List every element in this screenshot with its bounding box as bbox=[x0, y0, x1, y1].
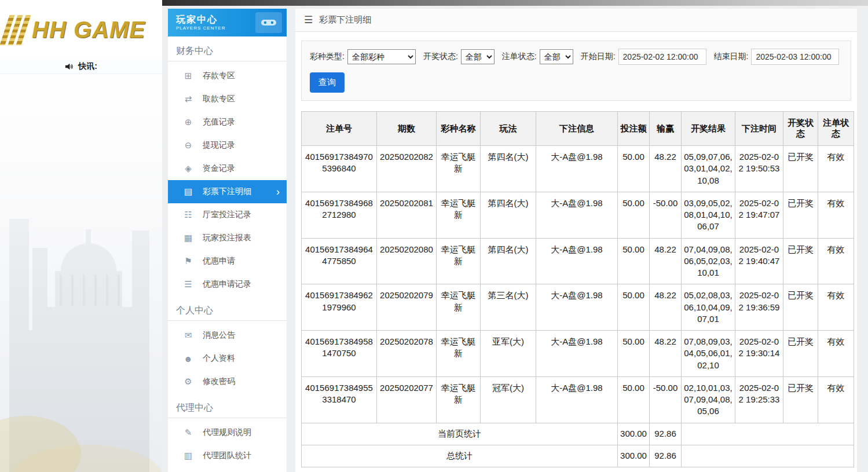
end-date-input[interactable] bbox=[751, 49, 839, 65]
sidebar-item-label: 消息公告 bbox=[203, 330, 235, 341]
right-region: 玩家中心 PLAYERS CENTER 财务中心⊞存款专区⇄取款专区⊕充值记录⊖… bbox=[162, 0, 868, 472]
sidebar-item[interactable]: ⊞存款专区 bbox=[168, 64, 287, 87]
column-header: 开奖结果 bbox=[682, 112, 735, 146]
start-date-input[interactable] bbox=[618, 49, 706, 65]
table-cell: 20250202077 bbox=[377, 376, 437, 423]
table-cell: 401569173849621979960 bbox=[302, 284, 377, 331]
sidebar-item[interactable]: ⚑优惠申请 bbox=[168, 250, 287, 273]
table-cell: 已开奖 bbox=[783, 146, 818, 192]
sidebar-section-title: 财务中心 bbox=[168, 36, 287, 61]
sidebar-item[interactable]: ⊕充值记录 bbox=[168, 111, 287, 134]
table-cell: 第四名(大) bbox=[481, 146, 536, 192]
sidebar-item-label: 存款专区 bbox=[203, 71, 235, 81]
table-cell: 03,09,05,02,08,01,04,10,06,07 bbox=[682, 192, 735, 238]
sidebar-item[interactable]: ▦玩家投注报表 bbox=[168, 226, 287, 250]
table-cell: 20250202080 bbox=[377, 238, 437, 284]
table-cell: 50.00 bbox=[618, 331, 650, 377]
withdraw-icon: ⇄ bbox=[183, 94, 193, 104]
filter-panel: 彩种类型: 全部彩种 开奖状态: 全部 注单状态: 全部 开始日期: 结束日期:… bbox=[301, 41, 851, 101]
bet-detail-table: 注单号期数彩种名称玩法下注信息投注额输赢开奖结果下注时间开奖状态注单状态 401… bbox=[301, 111, 854, 467]
end-date-label: 结束日期: bbox=[714, 52, 749, 62]
table-cell: 401569173849682712980 bbox=[302, 192, 377, 238]
table-cell: 2025-02-02 19:25:33 bbox=[735, 376, 783, 423]
message-announcement-icon: ✉ bbox=[183, 330, 193, 341]
draw-status-select[interactable]: 全部 bbox=[461, 49, 495, 64]
summary-bet-total: 300.00 bbox=[618, 423, 650, 445]
table-cell: 401569173849644775850 bbox=[302, 238, 377, 284]
sidebar-subtitle: PLAYERS CENTER bbox=[176, 25, 225, 31]
column-header: 下注时间 bbox=[735, 112, 783, 146]
sidebar-item-label: 取款专区 bbox=[203, 94, 235, 104]
table-cell: 大-A盘@1.98 bbox=[536, 284, 618, 331]
table-cell: 20250202078 bbox=[377, 331, 437, 377]
summary-winloss-total: 92.86 bbox=[650, 423, 682, 445]
hall-bet-record-icon: ☷ bbox=[183, 210, 193, 220]
promo-apply-icon: ⚑ bbox=[183, 256, 193, 266]
sidebar-item-label: 提现记录 bbox=[203, 140, 235, 151]
sidebar-item-label: 代理规则说明 bbox=[203, 427, 251, 438]
lottery-type-select[interactable]: 全部彩种 bbox=[347, 49, 416, 64]
sidebar-item-label: 彩票下注明细 bbox=[203, 186, 251, 197]
column-header: 期数 bbox=[377, 112, 437, 146]
sidebar-section-title: 代理中心 bbox=[168, 393, 287, 418]
table-cell: 有效 bbox=[818, 284, 854, 331]
table-cell: 大-A盘@1.98 bbox=[536, 376, 618, 423]
sidebar-item[interactable]: ☰优惠申请记录 bbox=[168, 273, 287, 296]
order-status-select[interactable]: 全部 bbox=[540, 49, 573, 64]
table-cell: 第四名(大) bbox=[481, 238, 536, 284]
table-cell: 2025-02-02 19:40:47 bbox=[735, 238, 783, 284]
column-header: 注单状态 bbox=[818, 112, 854, 146]
table-cell: 20250202081 bbox=[377, 192, 437, 238]
sidebar-item-label: 优惠申请记录 bbox=[203, 279, 251, 290]
table-cell: 已开奖 bbox=[783, 192, 818, 238]
table-cell: 有效 bbox=[818, 192, 854, 238]
table-cell: 07,08,09,03,04,05,06,01,02,10 bbox=[682, 331, 735, 377]
sidebar-item[interactable]: ✉消息公告 bbox=[168, 324, 287, 347]
table-cell: 2025-02-02 19:36:59 bbox=[735, 284, 783, 331]
app-window: HH GAME 快讯: bbox=[0, 0, 868, 472]
sidebar-item[interactable]: ▥代理团队统计 bbox=[168, 444, 287, 467]
table-cell: -50.00 bbox=[650, 192, 682, 238]
table-cell: 50.00 bbox=[618, 284, 650, 331]
left-panel: HH GAME 快讯: bbox=[0, 0, 162, 472]
summary-empty-cell bbox=[682, 445, 854, 467]
sidebar-item[interactable]: ▤彩票下注明细› bbox=[168, 180, 287, 203]
column-header: 注单号 bbox=[302, 112, 377, 146]
sidebar-item[interactable]: ☷厅室投注记录 bbox=[168, 203, 287, 226]
workspace: 玩家中心 PLAYERS CENTER 财务中心⊞存款专区⇄取款专区⊕充值记录⊖… bbox=[162, 6, 868, 472]
agent-rules-icon: ✎ bbox=[183, 427, 193, 438]
table-row: 40156917384955331847020250202077幸运飞艇新冠军(… bbox=[302, 376, 854, 423]
news-label: 快讯: bbox=[78, 61, 97, 72]
profile-icon: ☻ bbox=[183, 354, 193, 364]
sidebar-item[interactable]: ☻个人资料 bbox=[168, 347, 287, 370]
table-cell: 已开奖 bbox=[783, 284, 818, 331]
sidebar-item[interactable]: ⇄取款专区 bbox=[168, 87, 287, 111]
table-cell: 02,10,01,03,07,09,04,08,05,06 bbox=[682, 376, 735, 423]
cashout-record-icon: ⊖ bbox=[183, 140, 193, 151]
table-cell: 2025-02-02 19:47:07 bbox=[735, 192, 783, 238]
sidebar-item-label: 玩家投注报表 bbox=[203, 233, 251, 243]
sidebar-item[interactable]: ✎代理规则说明 bbox=[168, 421, 287, 444]
sidebar-item[interactable]: ⊖提现记录 bbox=[168, 134, 287, 157]
query-button[interactable]: 查询 bbox=[310, 72, 345, 93]
lottery-type-label: 彩种类型: bbox=[310, 52, 345, 62]
sidebar-item-label: 修改密码 bbox=[203, 376, 235, 387]
table-cell: 48.22 bbox=[650, 238, 682, 284]
sidebar-item[interactable]: ⚙修改密码 bbox=[168, 370, 287, 393]
table-cell: 50.00 bbox=[618, 146, 650, 192]
summary-label: 当前页统计 bbox=[302, 423, 618, 445]
table-cell: 幸运飞艇新 bbox=[437, 331, 481, 377]
table-cell: 50.00 bbox=[618, 238, 650, 284]
draw-status-label: 开奖状态: bbox=[423, 52, 458, 62]
sidebar-item[interactable]: ◈资金记录 bbox=[168, 157, 287, 180]
table-cell: 幸运飞艇新 bbox=[437, 376, 481, 423]
gamepad-icon bbox=[255, 12, 282, 33]
table-row: 40156917384964477585020250202080幸运飞艇新第四名… bbox=[302, 238, 854, 284]
table-cell: 冠军(大) bbox=[481, 376, 536, 423]
sidebar-item-label: 资金记录 bbox=[203, 163, 235, 174]
content-header: ☰ 彩票下注明细 bbox=[295, 9, 857, 32]
table-row: 40156917384958147075020250202078幸运飞艇新亚军(… bbox=[302, 331, 854, 377]
table-cell: 50.00 bbox=[618, 376, 650, 423]
table-cell: 50.00 bbox=[618, 192, 650, 238]
hamburger-menu-icon[interactable]: ☰ bbox=[304, 14, 313, 26]
